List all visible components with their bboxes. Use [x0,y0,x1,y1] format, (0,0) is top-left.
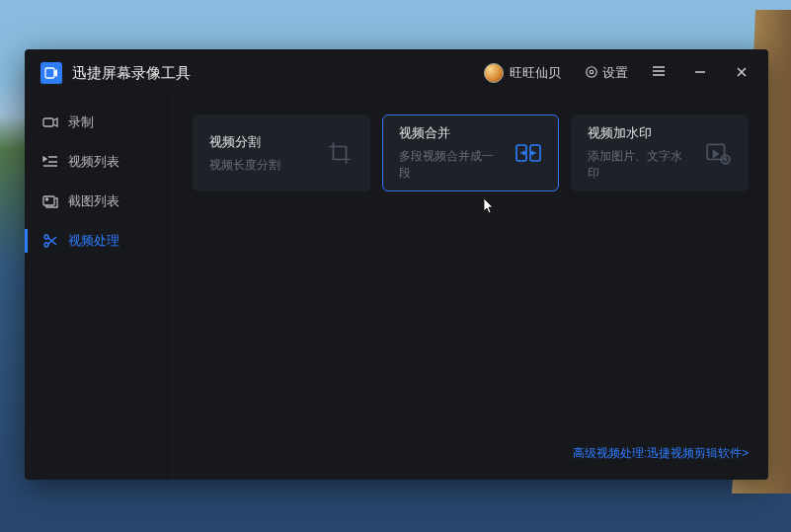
card-video-watermark[interactable]: 视频加水印 添加图片、文字水印 [571,114,749,191]
svg-point-7 [44,243,48,247]
sidebar-item-label: 录制 [68,114,94,131]
sidebar-item-video-process[interactable]: 视频处理 [25,221,172,261]
svg-point-2 [587,66,597,77]
merge-icon [514,139,542,167]
watermark-icon [704,139,732,167]
sidebar-item-record[interactable]: 录制 [25,103,172,142]
minimize-icon [694,64,706,82]
content-area: 视频分割 视频长度分割 视频合并 多段视频合并成一段 [173,97,768,480]
card-title: 视频分割 [209,133,314,151]
scissors-icon [42,233,58,249]
titlebar: 迅捷屏幕录像工具 旺旺仙贝 设置 [25,49,768,97]
cards-row: 视频分割 视频长度分割 视频合并 多段视频合并成一段 [193,114,749,191]
svg-point-1 [590,70,593,74]
app-window: 迅捷屏幕录像工具 旺旺仙贝 设置 [25,49,768,480]
svg-point-5 [46,198,48,200]
sidebar-item-label: 截图列表 [68,192,119,210]
avatar-icon [484,63,504,83]
svg-rect-3 [43,118,53,126]
play-list-icon [42,154,58,170]
card-subtitle: 添加图片、文字水印 [588,148,692,182]
username: 旺旺仙贝 [510,64,561,82]
user-badge[interactable]: 旺旺仙贝 [484,63,561,83]
footer-link-label: 高级视频处理:迅捷视频剪辑软件> [573,446,749,460]
close-icon [736,64,748,82]
hamburger-icon [652,64,666,82]
sidebar-item-video-list[interactable]: 视频列表 [25,142,172,182]
sidebar-item-screenshot-list[interactable]: 截图列表 [25,182,172,221]
card-subtitle: 多段视频合并成一段 [399,148,504,182]
card-video-merge[interactable]: 视频合并 多段视频合并成一段 [382,114,560,191]
card-subtitle: 视频长度分割 [209,157,314,174]
camera-icon [42,114,58,130]
settings-label: 设置 [602,64,628,82]
gear-icon [585,65,598,82]
svg-rect-0 [45,68,54,78]
sidebar-item-label: 视频列表 [68,153,119,171]
card-title: 视频合并 [399,124,504,142]
crop-icon [326,139,354,167]
card-title: 视频加水印 [588,124,692,142]
minimize-button[interactable] [689,62,711,84]
image-list-icon [42,193,58,209]
sidebar-item-label: 视频处理 [68,232,119,250]
menu-button[interactable] [648,62,670,84]
close-button[interactable] [731,62,752,84]
card-video-split[interactable]: 视频分割 视频长度分割 [193,114,370,191]
app-logo-icon [40,62,62,84]
svg-rect-4 [43,196,54,205]
app-title: 迅捷屏幕录像工具 [72,64,191,83]
svg-point-6 [44,235,48,239]
sidebar: 录制 视频列表 截图列表 视频处理 [25,97,173,480]
advanced-link[interactable]: 高级视频处理:迅捷视频剪辑软件> [573,445,749,462]
settings-button[interactable]: 设置 [585,64,628,82]
app-body: 录制 视频列表 截图列表 视频处理 [25,97,768,480]
